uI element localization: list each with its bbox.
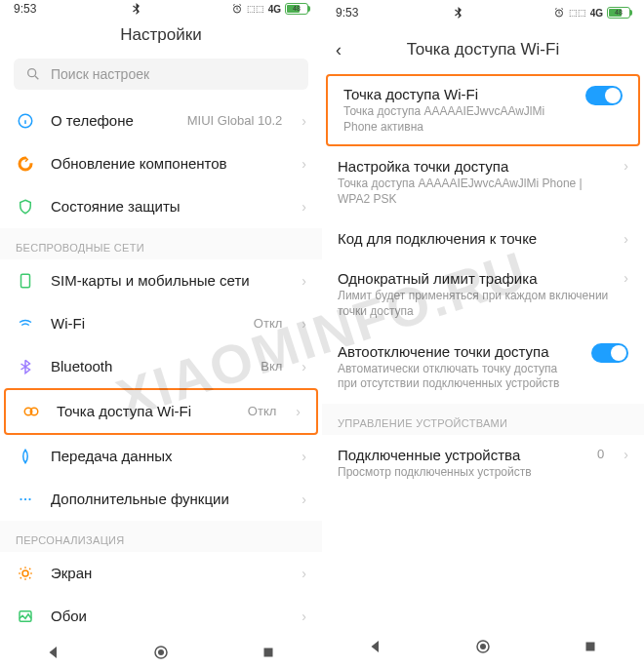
bluetooth-row[interactable]: Bluetooth Вкл › (0, 345, 322, 388)
nav-back[interactable] (45, 644, 62, 661)
setup-sub: Точка доступа AAAAAIEJwvcAAwJlMi Phone |… (338, 177, 608, 207)
chevron-right-icon: › (624, 270, 628, 286)
search-input[interactable]: Поиск настроек (14, 59, 308, 90)
nav-back[interactable] (367, 638, 384, 655)
wifi-value: Откл (254, 316, 283, 331)
devices-title: Подключенные устройства (338, 447, 582, 463)
page-title: Точка доступа Wi-Fi (407, 40, 559, 59)
svg-point-9 (22, 570, 28, 576)
shield-icon (16, 197, 35, 216)
chevron-right-icon: › (302, 566, 306, 581)
hotspot-row[interactable]: Точка доступа Wi-Fi Откл › (4, 388, 318, 435)
svg-point-16 (480, 644, 486, 649)
auto-off-title: Автоотключение точки доступа (338, 343, 576, 360)
wallpaper-icon (16, 607, 35, 626)
alarm-icon (231, 3, 243, 15)
hotspot-title: Точка доступа Wi-Fi (343, 86, 570, 102)
nav-home[interactable] (152, 644, 170, 661)
auto-off-row[interactable]: Автоотключение точки доступа Автоматичес… (322, 332, 644, 404)
hotspot-sub: Точка доступа AAAAAIEJwvcAAwJlMi Phone а… (343, 104, 570, 135)
limit-row[interactable]: Однократный лимит трафика Лимит будет пр… (322, 258, 644, 331)
battery-icon: 48 (285, 3, 308, 15)
wifi-row[interactable]: Wi-Fi Откл › (0, 302, 322, 345)
search-placeholder: Поиск настроек (51, 66, 149, 82)
data-row[interactable]: Передача данных › (0, 435, 322, 478)
about-row[interactable]: О телефоне MIUI Global 10.2 › (0, 99, 322, 142)
hotspot-toggle[interactable] (585, 86, 623, 105)
status-time: 9:53 (14, 2, 36, 16)
more-icon (16, 490, 35, 509)
wallpaper-row[interactable]: Обои › (0, 595, 322, 638)
wifi-icon (16, 314, 35, 334)
sim-label: SIM-карты и мобильные сети (51, 272, 286, 289)
back-button[interactable]: ‹ (336, 40, 342, 60)
page-header: Настройки (0, 18, 322, 52)
info-icon (16, 111, 35, 131)
svg-rect-3 (21, 274, 30, 288)
data-label: Передача данных (51, 448, 286, 464)
svg-rect-17 (586, 643, 595, 651)
data-icon (16, 447, 35, 466)
chevron-right-icon: › (302, 199, 306, 215)
status-bar: 9:53 ⬚⬚ 4G 48 (322, 0, 644, 25)
wifi-label: Wi-Fi (51, 315, 238, 332)
hotspot-value: Откл (248, 404, 277, 418)
devices-row[interactable]: Подключенные устройства Просмотр подключ… (322, 435, 644, 492)
hotspot-icon (21, 402, 41, 421)
chevron-right-icon: › (302, 609, 306, 624)
network-label: 4G (268, 4, 281, 15)
wallpaper-label: Обои (51, 608, 286, 624)
chevron-right-icon: › (624, 231, 628, 247)
section-personal: ПЕРСОНАЛИЗАЦИЯ (0, 521, 322, 552)
update-row[interactable]: Обновление компонентов › (0, 142, 322, 185)
sim-row[interactable]: SIM-карты и мобильные сети › (0, 259, 322, 302)
network-label: 4G (590, 8, 603, 19)
bluetooth-value: Вкл (261, 359, 282, 373)
display-icon (16, 564, 35, 583)
bluetooth-label: Bluetooth (51, 358, 245, 374)
code-title: Код для подключения к точке (338, 230, 608, 247)
chevron-right-icon: › (302, 273, 306, 289)
display-row[interactable]: Экран › (0, 552, 322, 595)
chevron-right-icon: › (624, 447, 628, 462)
chevron-right-icon: › (302, 491, 306, 507)
chevron-right-icon: › (302, 316, 306, 332)
code-row[interactable]: Код для подключения к точке › (322, 218, 644, 258)
search-icon (25, 66, 41, 82)
sim-icon (16, 271, 35, 291)
security-label: Состояние защиты (51, 198, 286, 215)
more-row[interactable]: Дополнительные функции › (0, 478, 322, 521)
hotspot-label: Точка доступа Wi-Fi (57, 403, 232, 419)
chevron-right-icon: › (302, 359, 306, 374)
section-wireless: БЕСПРОВОДНЫЕ СЕТИ (0, 228, 322, 259)
chevron-right-icon: › (302, 156, 306, 172)
security-row[interactable]: Состояние защиты › (0, 185, 322, 228)
page-header: ‹ Точка доступа Wi-Fi (322, 25, 644, 74)
svg-rect-13 (264, 648, 273, 657)
setup-title: Настройка точки доступа (338, 158, 608, 175)
limit-sub: Лимит будет применяться при каждом включ… (338, 289, 608, 319)
nav-recent[interactable] (582, 638, 599, 655)
hotspot-toggle-row[interactable]: Точка доступа Wi-Fi Точка доступа AAAAAI… (326, 74, 640, 146)
update-icon (16, 154, 35, 174)
nav-bar (0, 638, 322, 668)
signal-icon: ⬚⬚ (569, 8, 586, 18)
auto-off-sub: Автоматически отключать точку доступа пр… (338, 362, 576, 392)
status-time: 9:53 (336, 6, 358, 20)
left-screen: 9:53 ⬚⬚ 4G 48 Настройки Поиск настроек О… (0, 0, 322, 668)
bluetooth-icon (454, 7, 463, 19)
svg-point-6 (20, 498, 21, 500)
nav-home[interactable] (474, 638, 492, 655)
chevron-right-icon: › (624, 158, 628, 174)
status-bar: 9:53 ⬚⬚ 4G 48 (0, 0, 322, 18)
page-title: Настройки (120, 25, 201, 45)
section-devices: УПРАВЛЕНИЕ УСТРОЙСТВАМИ (322, 404, 644, 435)
nav-recent[interactable] (260, 644, 277, 661)
chevron-right-icon: › (302, 449, 306, 464)
about-label: О телефоне (51, 112, 172, 129)
auto-off-toggle[interactable] (591, 343, 628, 363)
svg-point-12 (158, 649, 164, 655)
setup-row[interactable]: Настройка точки доступа Точка доступа AA… (322, 146, 644, 218)
svg-point-7 (24, 498, 26, 500)
display-label: Экран (51, 565, 286, 581)
